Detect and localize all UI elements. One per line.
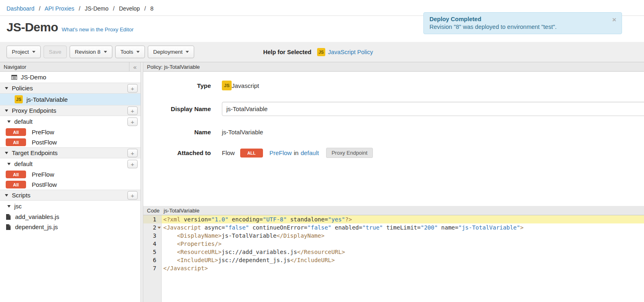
code-editor[interactable]: 1234567 <?xml version="1.0" encoding="UT… <box>143 215 644 302</box>
nav-item-label: PreFlow <box>32 171 54 178</box>
code-token: jsc://dependent_js.js <box>218 257 290 263</box>
nav-item-scripts[interactable]: Scripts+ <box>0 190 140 201</box>
nav-item-jsc[interactable]: jsc <box>0 201 140 212</box>
nav-item-js-totalvariable[interactable]: JSjs-TotalVariable <box>0 94 140 105</box>
nav-item-preflow[interactable]: AllPreFlow <box>0 169 140 179</box>
nav-item-postflow[interactable]: AllPostFlow <box>0 137 140 147</box>
display-name-input[interactable] <box>222 102 644 116</box>
nav-item-add-variables-js[interactable]: add_variables.js <box>0 212 140 222</box>
tools-dropdown-label: Tools <box>120 49 134 55</box>
code-panel: Code js-TotalVariable 1234567 <?xml vers… <box>143 206 644 302</box>
code-token: <?xml <box>163 216 180 223</box>
code-token <box>163 232 177 239</box>
nav-item-proxy-endpoints[interactable]: Proxy Endpoints+ <box>0 105 140 116</box>
preflow-link[interactable]: PreFlow <box>269 149 292 156</box>
code-line[interactable]: <Javascript async="false" continueOnErro… <box>162 223 644 232</box>
project-dropdown-button[interactable]: Project <box>7 46 41 58</box>
breadcrumb-item-js-demo: JS-Demo <box>85 5 108 12</box>
top-bar: Dashboard / API Proxies / JS-Demo / Deve… <box>0 0 644 42</box>
nav-item-preflow[interactable]: AllPreFlow <box>0 127 140 137</box>
nav-item-default[interactable]: default+ <box>0 116 140 127</box>
nav-item-dependent-js-js[interactable]: dependent_js.js <box>0 222 140 232</box>
disclosure-triangle-icon[interactable] <box>7 120 11 123</box>
disclosure-triangle-icon[interactable] <box>5 194 8 197</box>
add-default-button[interactable]: + <box>127 117 138 126</box>
collapse-panel-icon[interactable]: « <box>129 62 140 71</box>
disclosure-triangle-icon[interactable] <box>7 163 11 165</box>
code-token: standalone= <box>287 216 328 223</box>
javascript-type-icon: JS <box>222 81 232 90</box>
navigator-tree: JS-DemoPolicies+JSjs-TotalVariableProxy … <box>0 72 140 232</box>
project-dropdown-label: Project <box>12 49 29 55</box>
code-line[interactable]: </Javascript> <box>162 264 644 272</box>
close-icon[interactable]: × <box>612 16 616 23</box>
breadcrumb-item-develop: Develop <box>119 5 140 12</box>
navigator-header: Navigator « <box>0 62 140 72</box>
disclosure-triangle-icon[interactable] <box>5 109 8 112</box>
nav-item-policies[interactable]: Policies+ <box>0 83 140 94</box>
line-number: 1 <box>143 215 161 223</box>
nav-item-postflow[interactable]: AllPostFlow <box>0 179 140 190</box>
code-file-name: js-TotalVariable <box>164 208 199 214</box>
code-token: "true" <box>362 224 383 231</box>
proxy-endpoint-button[interactable]: Proxy Endpoint <box>326 148 372 158</box>
add-scripts-button[interactable]: + <box>127 191 138 199</box>
breadcrumb-separator: / <box>79 5 80 12</box>
tools-dropdown-button[interactable]: Tools <box>115 46 145 58</box>
nav-item-target-endpoints[interactable]: Target Endpoints+ <box>0 147 140 158</box>
flow-word: Flow <box>222 149 235 156</box>
policy-panel: Policy: js-TotalVariable Type JS Javascr… <box>143 62 644 302</box>
save-button[interactable]: Save <box>44 46 67 58</box>
add-proxy-endpoints-button[interactable]: + <box>127 106 138 115</box>
whats-new-link[interactable]: What's new in the Proxy Editor <box>62 26 134 33</box>
deployment-dropdown-button[interactable]: Deployment <box>148 46 194 58</box>
disclosure-triangle-icon[interactable] <box>5 152 8 154</box>
type-value: Javascript <box>232 82 259 89</box>
code-line[interactable]: <IncludeURL>jsc://dependent_js.js</Inclu… <box>162 256 644 264</box>
nav-item-label: add_variables.js <box>15 213 59 220</box>
default-endpoint-link[interactable]: default <box>300 149 319 156</box>
code-token: timeLimit= <box>383 224 421 231</box>
line-number: 6 <box>143 256 161 264</box>
policy-detail: Type JS Javascript Display Name Name js-… <box>143 72 644 206</box>
disclosure-triangle-icon[interactable] <box>5 87 8 90</box>
nav-item-label: js-TotalVariable <box>26 96 68 103</box>
add-policies-button[interactable]: + <box>127 84 138 92</box>
code-line[interactable]: <DisplayName>js-TotalVariable</DisplayNa… <box>162 232 644 240</box>
nav-item-label: default <box>14 118 33 125</box>
nav-item-label: PreFlow <box>32 129 54 136</box>
nav-item-label: Target Endpoints <box>12 149 58 156</box>
code-token: <DisplayName> <box>177 232 222 239</box>
nav-item-js-demo[interactable]: JS-Demo <box>0 72 140 83</box>
save-button-label: Save <box>49 49 61 55</box>
breadcrumb-separator: / <box>145 5 146 12</box>
chevron-down-icon <box>32 51 35 53</box>
all-conditions-badge: All <box>6 128 26 136</box>
breadcrumb-link-api-proxies[interactable]: API Proxies <box>44 5 74 12</box>
breadcrumb-separator: / <box>39 5 40 12</box>
js-policy-icon: JS <box>15 95 23 103</box>
code-line[interactable]: <Properties/> <box>162 240 644 248</box>
code-token: </ResourceURL> <box>297 249 345 255</box>
line-number: 5 <box>143 248 161 256</box>
code-line[interactable]: <?xml version="1.0" encoding="UTF-8" sta… <box>162 215 644 223</box>
add-target-endpoints-button[interactable]: + <box>127 149 138 157</box>
panel-splitter[interactable] <box>140 62 143 302</box>
code-fold-icon[interactable] <box>158 227 161 229</box>
line-number: 4 <box>143 240 161 248</box>
javascript-policy-help-link[interactable]: JavaScript Policy <box>328 49 373 55</box>
help-for-selected-label: Help for Selected <box>263 49 311 55</box>
navigator-panel: Navigator « JS-DemoPolicies+JSjs-TotalVa… <box>0 62 140 302</box>
code-token: </IncludeURL> <box>290 257 335 263</box>
navigator-title: Navigator <box>4 64 26 70</box>
notification-message: Revision "8" was deployed to environment… <box>429 24 608 30</box>
add-default-button[interactable]: + <box>127 160 138 168</box>
all-conditions-badge: All <box>6 181 26 188</box>
disclosure-triangle-icon[interactable] <box>7 205 11 208</box>
revision-dropdown-button[interactable]: Revision 8 <box>70 46 112 58</box>
breadcrumb-link-dashboard[interactable]: Dashboard <box>7 5 35 12</box>
code-line[interactable]: <ResourceURL>jsc://add_variables.js</Res… <box>162 248 644 256</box>
nav-item-default[interactable]: default+ <box>0 158 140 169</box>
code-token: enabled= <box>331 224 362 231</box>
nav-item-label: PostFlow <box>32 139 57 146</box>
